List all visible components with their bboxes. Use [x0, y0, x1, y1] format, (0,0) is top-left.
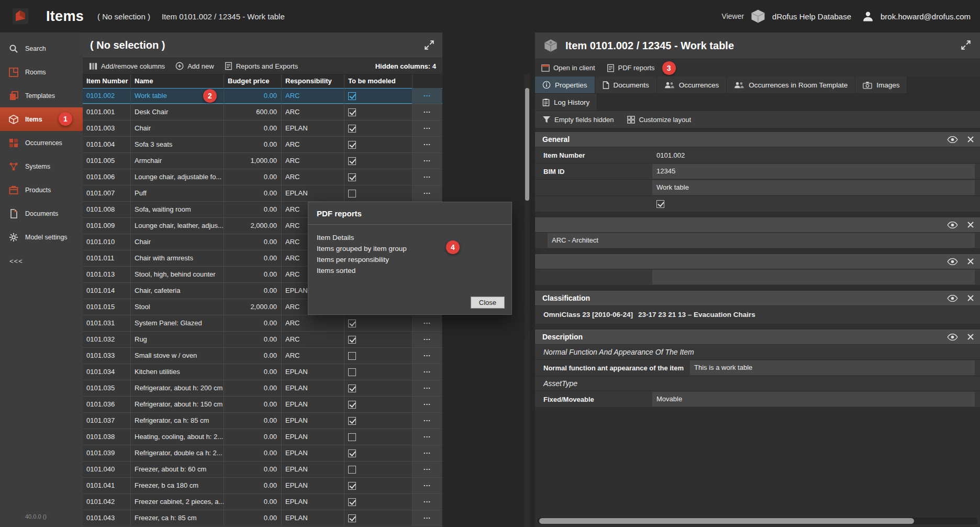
- table-row[interactable]: 0101.039 Refrigerator, double ca h: 2...…: [83, 445, 442, 462]
- table-row[interactable]: 0101.032 Rug 0.00 ARC ...: [83, 332, 442, 348]
- to-be-modeled-checkbox[interactable]: [348, 498, 356, 506]
- row-actions-button[interactable]: ...: [413, 332, 442, 347]
- table-row[interactable]: 0101.005 Armchair 1,000.00 ARC ...: [83, 153, 442, 169]
- scrollbar-thumb[interactable]: [539, 518, 914, 524]
- close-icon[interactable]: [967, 222, 974, 228]
- table-row[interactable]: 0101.042 Freezer cabinet, 2 pieces, a...…: [83, 494, 442, 510]
- row-actions-button[interactable]: ...: [413, 185, 442, 201]
- pdf-reports-button[interactable]: PDF reports: [607, 64, 655, 72]
- to-be-modeled-checkbox[interactable]: [348, 92, 356, 100]
- row-actions-button[interactable]: ...: [413, 88, 442, 104]
- row-actions-button[interactable]: ...: [413, 445, 442, 461]
- row-actions-button[interactable]: ...: [413, 364, 442, 380]
- table-row[interactable]: 0101.007 Puff 0.00 EPLAN ...: [83, 185, 442, 202]
- table-row[interactable]: 0101.040 Freezer, about b: 60 cm 0.00 EP…: [83, 462, 442, 478]
- eye-icon[interactable]: [947, 222, 958, 228]
- row-actions-button[interactable]: ...: [413, 429, 442, 445]
- row-actions-button[interactable]: ...: [413, 348, 442, 364]
- expand-icon[interactable]: [960, 39, 972, 51]
- table-row[interactable]: 0101.003 Chair 0.00 EPLAN ...: [83, 120, 442, 137]
- tab-occurrences-in-room-template[interactable]: Occurrences in Room Template: [727, 76, 855, 94]
- row-actions-button[interactable]: ...: [413, 397, 442, 412]
- to-be-modeled-checkbox[interactable]: [348, 385, 356, 392]
- table-row[interactable]: 0101.035 Refrigerator, about h: 200 cm 0…: [83, 380, 442, 397]
- row-actions-button[interactable]: ...: [413, 510, 442, 526]
- to-be-modeled-checkbox[interactable]: [348, 401, 356, 409]
- to-be-modeled-checkbox[interactable]: [348, 466, 356, 474]
- table-row[interactable]: 0101.041 Freezer, b ca 180 cm 0.00 EPLAN…: [83, 478, 442, 494]
- to-be-modeled-checkbox[interactable]: [348, 514, 356, 522]
- to-be-modeled-checkbox[interactable]: [348, 141, 356, 149]
- to-be-modeled-checkbox[interactable]: [348, 125, 356, 133]
- sidebar-item-search[interactable]: Search: [0, 37, 83, 60]
- column-header-to-be-modeled[interactable]: To be modeled: [344, 74, 413, 88]
- reports-and-exports-button[interactable]: Reports and Exports: [225, 62, 298, 70]
- close-icon[interactable]: [967, 334, 974, 340]
- row-actions-button[interactable]: ...: [413, 153, 442, 169]
- appearance-input[interactable]: This is a work table: [690, 360, 975, 375]
- sidebar-item-templates[interactable]: Templates: [0, 84, 83, 107]
- scrollbar-thumb[interactable]: [525, 88, 529, 201]
- table-row[interactable]: 0101.034 Kitchen utilities 0.00 EPLAN ..…: [83, 364, 442, 380]
- table-row[interactable]: 0101.038 Heating, cooling, about h: 2...…: [83, 429, 442, 445]
- fixed-moveable-input[interactable]: Movable: [652, 392, 975, 407]
- pdf-report-option[interactable]: Items sorted: [317, 265, 503, 276]
- row-actions-button[interactable]: ...: [413, 413, 442, 429]
- table-row[interactable]: 0101.031 System Panel: Glazed 0.00 ARC .…: [83, 315, 442, 332]
- table-row[interactable]: 0101.037 Refrigerator, ca h: 85 cm 0.00 …: [83, 413, 442, 429]
- to-be-modeled-checkbox[interactable]: [348, 336, 356, 344]
- tab-documents[interactable]: Documents: [595, 76, 657, 94]
- table-row[interactable]: 0101.004 Sofa 3 seats 0.00 ARC ...: [83, 137, 442, 153]
- row-actions-button[interactable]: ...: [413, 169, 442, 185]
- to-be-modeled-checkbox[interactable]: [348, 433, 356, 441]
- table-row[interactable]: 0101.033 Small stove w / oven 0.00 ARC .…: [83, 348, 442, 364]
- row-actions-button[interactable]: ...: [413, 478, 442, 493]
- tab-properties[interactable]: Properties: [535, 76, 595, 94]
- row-actions-button[interactable]: ...: [413, 120, 442, 136]
- column-header-budget-price[interactable]: Budget price: [224, 74, 282, 88]
- row-actions-button[interactable]: ...: [413, 315, 442, 331]
- bim-id-input[interactable]: 12345: [652, 164, 975, 179]
- tab-images[interactable]: Images: [855, 76, 907, 94]
- close-icon[interactable]: [967, 295, 974, 301]
- close-icon[interactable]: [967, 258, 974, 265]
- sidebar-collapse-button[interactable]: <<<: [9, 257, 83, 265]
- sidebar-item-systems[interactable]: Systems: [0, 155, 83, 178]
- table-row[interactable]: 0101.002 Work table2 0.00 ARC ...: [83, 88, 442, 104]
- item-name-input[interactable]: Work table: [652, 180, 975, 195]
- sidebar-item-items[interactable]: Items 1: [0, 107, 83, 131]
- sidebar-item-model-settings[interactable]: Model settings: [0, 225, 83, 249]
- to-be-modeled-checkbox[interactable]: [656, 200, 664, 208]
- to-be-modeled-checkbox[interactable]: [348, 190, 356, 197]
- eye-icon[interactable]: [947, 334, 958, 341]
- detail-horizontal-scrollbar[interactable]: [537, 518, 978, 524]
- table-row[interactable]: 0101.001 Desk Chair 600.00 ARC ...: [83, 104, 442, 120]
- pdf-report-option[interactable]: Items grouped by item group: [317, 243, 503, 254]
- to-be-modeled-checkbox[interactable]: [348, 173, 356, 181]
- eye-icon[interactable]: [947, 295, 958, 302]
- sidebar-item-occurrences[interactable]: Occurrences: [0, 131, 83, 155]
- account-menu[interactable]: brok.howard@drofus.com: [881, 12, 971, 21]
- to-be-modeled-checkbox[interactable]: [348, 417, 356, 425]
- to-be-modeled-checkbox[interactable]: [348, 482, 356, 490]
- sidebar-item-rooms[interactable]: Rooms: [0, 60, 83, 84]
- tab-log-history[interactable]: Log History: [535, 94, 597, 111]
- add-new-button[interactable]: Add new: [175, 62, 214, 70]
- expand-icon[interactable]: [424, 39, 435, 51]
- to-be-modeled-checkbox[interactable]: [348, 352, 356, 360]
- row-actions-button[interactable]: ...: [413, 494, 442, 510]
- responsibility-input[interactable]: ARC - Architect: [548, 233, 975, 248]
- to-be-modeled-checkbox[interactable]: [348, 368, 356, 376]
- eye-icon[interactable]: [947, 136, 958, 143]
- sidebar-item-documents[interactable]: Documents: [0, 202, 83, 225]
- table-row[interactable]: 0101.006 Lounge chair, adjustable fo... …: [83, 169, 442, 185]
- empty-fields-filter-button[interactable]: Empty fields hidden: [542, 116, 614, 124]
- row-actions-button[interactable]: ...: [413, 104, 442, 120]
- row-actions-button[interactable]: ...: [413, 137, 442, 152]
- open-in-client-button[interactable]: Open in client: [541, 64, 595, 72]
- to-be-modeled-checkbox[interactable]: [348, 157, 356, 165]
- row-actions-button[interactable]: ...: [413, 380, 442, 396]
- row-actions-button[interactable]: ...: [413, 462, 442, 477]
- close-icon[interactable]: [967, 136, 974, 142]
- sidebar-item-products[interactable]: Products: [0, 178, 83, 202]
